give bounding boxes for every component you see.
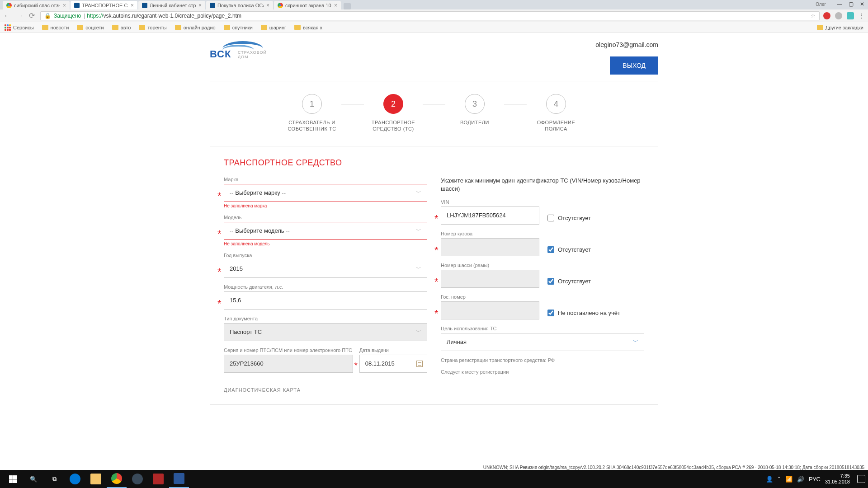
maximize-icon[interactable]: ▢	[849, 1, 854, 7]
chevron-down-icon: ﹀	[416, 265, 421, 272]
browser-toolbar: ← → ⟳ 🔒 Защищено | https://vsk.autoins.r…	[0, 9, 868, 22]
tray-network-icon[interactable]: 📶	[785, 476, 793, 483]
minimize-icon[interactable]: —	[837, 1, 842, 7]
bookmark-folder[interactable]: новости	[42, 25, 69, 30]
required-icon: *	[434, 213, 439, 225]
bookmark-folder[interactable]: авто	[112, 25, 131, 30]
required-icon: *	[434, 308, 439, 319]
bookmark-folder[interactable]: всякая х	[294, 25, 322, 30]
not-registered-checkbox[interactable]: Не поставлено на учёт	[547, 310, 620, 316]
extension-icon[interactable]	[847, 12, 854, 19]
favicon-vsk-icon	[74, 3, 80, 8]
vin-input[interactable]	[441, 206, 539, 225]
tray-chevron-icon[interactable]: ˄	[778, 476, 781, 483]
other-bookmarks[interactable]: Другие закладки	[817, 25, 863, 30]
brand-label: Марка	[224, 177, 427, 182]
star-icon[interactable]: ☆	[811, 13, 816, 19]
chevron-down-icon: ﹀	[416, 328, 421, 336]
chassis-absent-checkbox[interactable]: Отсутствует	[547, 278, 591, 285]
taskbar-clock[interactable]: 7:35 31.05.2018	[825, 473, 850, 485]
bookmark-folder[interactable]: спутники	[224, 25, 253, 30]
tab-4[interactable]: Покупка полиса ОСАГО×	[206, 1, 273, 9]
extension-icons: ⋮	[823, 12, 864, 19]
tab-2[interactable]: ТРАНСПОРТНОЕ СРЕДС×	[71, 1, 137, 9]
close-window-icon[interactable]: ✕	[860, 1, 864, 7]
plate-input[interactable]	[441, 301, 539, 319]
step-2[interactable]: 2 ТРАНСПОРТНОЕ СРЕДСТВО (ТС)	[364, 94, 423, 132]
body-input[interactable]	[441, 238, 539, 256]
step-4[interactable]: 4 ОФОРМЛЕНИЕ ПОЛИСА	[527, 94, 585, 132]
bookmark-folder[interactable]: шаринг	[261, 25, 286, 30]
favicon-google-icon	[278, 3, 283, 8]
required-icon: *	[354, 361, 358, 371]
search-button[interactable]: 🔍	[24, 470, 43, 488]
bookmark-folder[interactable]: соцсети	[77, 25, 104, 30]
series-input[interactable]	[224, 355, 353, 373]
calendar-icon[interactable]	[416, 361, 423, 367]
close-icon[interactable]: ×	[266, 2, 269, 9]
apps-shortcut[interactable]: Сервисы	[5, 24, 34, 31]
tray-people-icon[interactable]: 👤	[766, 476, 773, 483]
reload-button[interactable]: ⟳	[29, 11, 35, 20]
word-icon[interactable]	[169, 470, 189, 488]
task-view-button[interactable]: ⧉	[44, 470, 64, 488]
forward-button[interactable]: →	[16, 12, 24, 20]
required-icon: *	[217, 190, 222, 202]
app-icon[interactable]	[127, 470, 147, 488]
bookmark-folder[interactable]: торенты	[139, 25, 166, 30]
explorer-icon[interactable]	[86, 470, 106, 488]
lock-icon: 🔒	[44, 13, 51, 19]
vin-absent-checkbox[interactable]: Отсутствует	[547, 215, 591, 221]
secure-label: Защищено	[54, 13, 81, 19]
brand-select[interactable]: -- Выберите марку --﹀	[224, 184, 427, 202]
back-button[interactable]: ←	[4, 12, 11, 20]
tab-1[interactable]: сибирский спас отзывы×	[3, 1, 70, 9]
chassis-label: Номер шасси (рамы)	[441, 263, 539, 268]
model-select[interactable]: -- Выберите модель --﹀	[224, 222, 427, 240]
tray-volume-icon[interactable]: 🔊	[797, 476, 804, 483]
close-icon[interactable]: ×	[198, 2, 202, 9]
year-select[interactable]: 2015﹀	[224, 260, 427, 278]
adblock-icon[interactable]	[823, 12, 830, 19]
required-icon: *	[434, 244, 439, 256]
series-label: Серия и номер ПТС/ПСМ или номер электрон…	[224, 347, 353, 353]
chevron-down-icon: ﹀	[633, 338, 638, 346]
model-error: Не заполнена модель	[224, 241, 427, 246]
extension-icon[interactable]	[835, 12, 842, 19]
tray-lang[interactable]: РУС	[809, 476, 821, 483]
address-bar[interactable]: 🔒 Защищено | https://vsk.autoins.ru/egar…	[40, 11, 820, 20]
brand-error: Не заполнена марка	[224, 203, 427, 208]
purpose-select[interactable]: Личная﹀	[441, 333, 644, 351]
step-3[interactable]: 3 ВОДИТЕЛИ	[445, 94, 504, 126]
menu-icon[interactable]: ⋮	[859, 12, 864, 19]
doctype-select[interactable]: Паспорт ТС﹀	[224, 323, 427, 341]
favicon-google-icon	[6, 3, 12, 8]
logout-button[interactable]: ВЫХОД	[610, 56, 658, 75]
build-diagnostic-line: UNKNOWN; SHA Ревизия origin/tags/rsa_tco…	[483, 465, 864, 470]
body-label: Номер кузова	[441, 231, 539, 236]
profile-name[interactable]: Олег	[816, 2, 826, 7]
tab-5[interactable]: скриншот экрана 10 - П×	[274, 1, 341, 9]
tab-3[interactable]: Личный кабинет страхо×	[138, 1, 205, 9]
required-icon: *	[217, 228, 222, 240]
new-tab-button[interactable]	[344, 3, 351, 9]
notifications-icon[interactable]	[857, 475, 865, 483]
close-icon[interactable]: ×	[63, 2, 66, 9]
close-icon[interactable]: ×	[131, 2, 134, 9]
bookmarks-bar: Сервисы новости соцсети авто торенты онл…	[0, 22, 868, 33]
bookmark-folder[interactable]: онлайн радио	[175, 25, 216, 30]
body-absent-checkbox[interactable]: Отсутствует	[547, 246, 591, 253]
page-content: ВСК СТРАХОВОЙ ДОМ olegino73@gmail.com ВЫ…	[0, 33, 868, 470]
app-icon[interactable]	[148, 470, 168, 488]
start-button[interactable]	[3, 470, 23, 488]
chassis-input[interactable]	[441, 270, 539, 288]
panel-title: ТРАНСПОРТНОЕ СРЕДСТВО	[224, 158, 644, 168]
close-icon[interactable]: ×	[334, 2, 337, 9]
chrome-icon[interactable]	[107, 470, 127, 488]
step-1[interactable]: 1 СТРАХОВАТЕЛЬ И СОБСТВЕННИК ТС	[283, 94, 341, 132]
power-input[interactable]	[224, 291, 427, 310]
purpose-label: Цель использования ТС	[441, 326, 644, 331]
logo[interactable]: ВСК СТРАХОВОЙ ДОМ	[210, 41, 278, 60]
model-label: Модель	[224, 215, 427, 220]
edge-icon[interactable]	[65, 470, 85, 488]
